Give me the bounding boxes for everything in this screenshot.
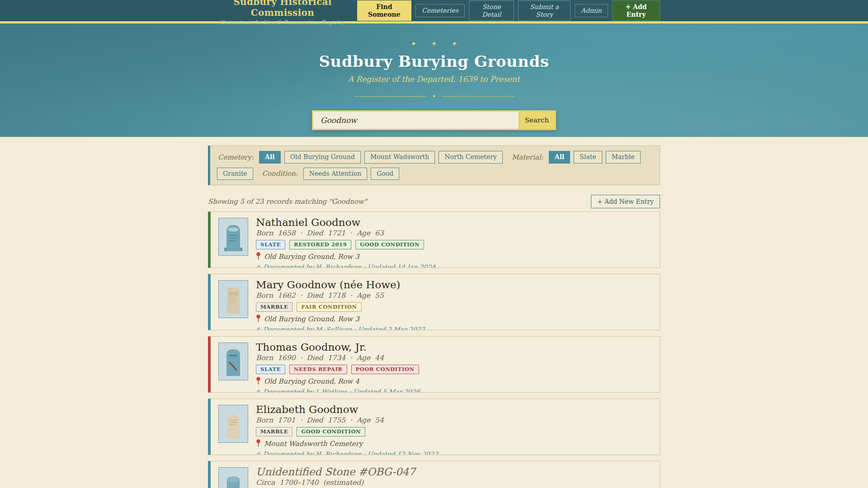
map-pin-icon [256, 377, 261, 386]
record-dates: Born 1701 · Died 1755 · Age 54 [256, 417, 438, 424]
results-page: Cemetery:AllOld Burying GroundMount Wads… [208, 145, 660, 488]
badge-fair-condition: FAIR CONDITION [297, 302, 361, 312]
nav-stone-detail-button[interactable]: Stone Detail [469, 0, 514, 21]
record-location-text: Mount Wadsworth Cemetery [264, 440, 363, 448]
record-name: Nathaniel Goodnow [256, 217, 435, 228]
slate-cracked-icon [218, 343, 248, 380]
record-card-unidentified-stone-obg-047[interactable]: ?Unidentified Stone #OBG-047Circa 1700–1… [208, 461, 660, 488]
record-dates: Circa 1700–1740 (estimated) [256, 479, 415, 487]
hero-banner: ✦ ✦ ✦ Sudbury Burying Grounds A Register… [0, 23, 868, 137]
badge-slate: SLATE [256, 240, 285, 249]
map-pin-icon [256, 439, 261, 449]
search-button[interactable]: Search [519, 112, 555, 129]
badge-good-condition: GOOD CONDITION [355, 240, 424, 249]
slate-tablet-icon [218, 218, 248, 256]
record-location-text: Old Burying Ground, Row 3 [264, 315, 359, 323]
record-dates: Born 1662 · Died 1718 · Age 55 [256, 292, 425, 300]
filter-chip-condition-needs-attention[interactable]: Needs Attention [303, 168, 367, 180]
page-title: Sudbury Burying Grounds [0, 52, 868, 70]
site-logo: Sudbury Historical Commission Gravestone… [208, 0, 357, 25]
nav-add-entry-button[interactable]: + Add Entry [612, 0, 660, 21]
badge-needs-repair: NEEDS REPAIR [289, 365, 347, 374]
record-details: Thomas Goodnow, Jr.Born 1690 · Died 1734… [256, 342, 420, 392]
record-location-text: Old Burying Ground, Row 4 [264, 378, 359, 385]
site-header: Sudbury Historical Commission Gravestone… [0, 0, 868, 23]
results-header: Showing 5 of 23 records matching "Goodno… [208, 195, 660, 208]
filter-chip-material-marble[interactable]: Marble [606, 151, 641, 164]
badge-good-condition: GOOD CONDITION [297, 427, 365, 436]
record-documentation-text: Documented by H. Richardson · Updated 14… [263, 263, 435, 268]
filter-chip-condition-good[interactable]: Good [371, 168, 399, 180]
marble-peaked-icon [218, 405, 248, 443]
record-name: Mary Goodnow (née Howe) [256, 279, 425, 290]
diamond-icon: ✦ [432, 94, 436, 99]
filter-label-material: Material: [512, 153, 543, 161]
record-name: Unidentified Stone #OBG-047 [256, 466, 415, 477]
filter-bar: Cemetery:AllOld Burying GroundMount Wads… [208, 145, 660, 185]
divider-line [354, 96, 426, 97]
results-summary: Showing 5 of 23 records matching "Goodno… [208, 197, 367, 206]
record-badges: SLATERESTORED 2019GOOD CONDITION [256, 240, 435, 249]
badge-slate: SLATE [256, 365, 285, 374]
hero-divider: ✦ [0, 94, 868, 99]
filter-chip-material-granite[interactable]: Granite [217, 168, 253, 180]
filter-chip-cemetery-mount-wadsworth[interactable]: Mount Wadsworth [364, 151, 435, 164]
search-bar: Search [312, 110, 556, 130]
record-location: Old Burying Ground, Row 3 [256, 314, 425, 324]
badge-poor-condition: POOR CONDITION [351, 365, 419, 374]
nav-submit-a-story-button[interactable]: Submit a Story [518, 0, 571, 21]
record-card-nathaniel-goodnow[interactable]: Nathaniel GoodnowBorn 1658 · Died 1721 ·… [208, 211, 660, 268]
filter-chip-cemetery-north-cemetery[interactable]: North Cemetery [439, 151, 503, 164]
marble-slab-icon [218, 280, 248, 318]
record-details: Elizabeth GoodnowBorn 1701 · Died 1755 ·… [256, 404, 438, 455]
site-title: Sudbury Historical Commission [208, 0, 357, 18]
map-pin-icon [256, 314, 261, 324]
record-name: Thomas Goodnow, Jr. [256, 342, 420, 352]
map-pin-icon [256, 252, 261, 262]
divider-line [442, 96, 514, 97]
record-documentation-text: Documented by M. Sullivan · Updated 3 Ma… [263, 326, 425, 330]
pencil-icon: ✎ [256, 326, 260, 330]
record-details: Unidentified Stone #OBG-047Circa 1700–17… [256, 466, 415, 488]
record-badges: MARBLEGOOD CONDITION [256, 427, 438, 436]
diamond-ornament-icon: ✦ ✦ ✦ [0, 40, 868, 48]
record-badges: SLATENEEDS REPAIRPOOR CONDITION [256, 365, 420, 374]
record-card-elizabeth-goodnow[interactable]: Elizabeth GoodnowBorn 1701 · Died 1755 ·… [208, 399, 660, 455]
add-new-entry-button[interactable]: + Add New Entry [591, 195, 660, 208]
record-card-mary-goodnow-n-e-howe[interactable]: Mary Goodnow (née Howe)Born 1662 · Died … [208, 274, 660, 330]
record-location: Old Burying Ground, Row 3 [256, 252, 435, 262]
pencil-icon: ✎ [256, 450, 260, 455]
filter-label-condition: Condition: [262, 169, 298, 178]
filter-chip-material-slate[interactable]: Slate [574, 151, 602, 164]
record-location: Mount Wadsworth Cemetery [256, 439, 438, 449]
pencil-icon: ✎ [256, 388, 260, 393]
record-dates: Born 1658 · Died 1721 · Age 63 [256, 230, 435, 237]
record-dates: Born 1690 · Died 1734 · Age 44 [256, 354, 420, 362]
site-tagline: Gravestone Archive & Preservation Regist… [208, 19, 357, 25]
record-documentation-text: Documented by J. Watkins · Updated 5 Mar… [263, 388, 420, 393]
pencil-icon: ✎ [256, 263, 260, 268]
main-nav: Find SomeoneCemeteriesStone DetailSubmit… [357, 0, 660, 21]
filter-chip-material-all[interactable]: All [549, 151, 571, 164]
search-input[interactable] [313, 112, 519, 129]
record-location-text: Old Burying Ground, Row 3 [264, 253, 359, 261]
record-documentation: ✎Documented by H. Richardson · Updated 1… [256, 450, 438, 455]
nav-cemeteries-button[interactable]: Cemeteries [415, 4, 465, 17]
nav-admin-button[interactable]: Admin [575, 4, 608, 17]
filter-chip-cemetery-old-burying-ground[interactable]: Old Burying Ground [284, 151, 361, 164]
results-list: Nathaniel GoodnowBorn 1658 · Died 1721 ·… [208, 211, 660, 488]
record-documentation: ✎Documented by M. Sullivan · Updated 3 M… [256, 326, 425, 330]
record-location: Old Burying Ground, Row 4 [256, 377, 420, 386]
unknown-cylinder-icon: ? [218, 467, 248, 488]
record-name: Elizabeth Goodnow [256, 404, 438, 415]
record-details: Nathaniel GoodnowBorn 1658 · Died 1721 ·… [256, 217, 435, 267]
badge-marble: MARBLE [256, 427, 292, 436]
record-documentation: ✎Documented by J. Watkins · Updated 5 Ma… [256, 388, 420, 393]
record-documentation: ✎Documented by H. Richardson · Updated 1… [256, 263, 435, 268]
nav-find-someone-button[interactable]: Find Someone [357, 0, 411, 21]
record-card-thomas-goodnow-jr[interactable]: Thomas Goodnow, Jr.Born 1690 · Died 1734… [208, 336, 660, 393]
record-details: Mary Goodnow (née Howe)Born 1662 · Died … [256, 279, 425, 330]
page-subtitle: A Register of the Departed, 1639 to Pres… [0, 75, 868, 84]
filter-chip-cemetery-all[interactable]: All [259, 151, 281, 164]
record-documentation-text: Documented by H. Richardson · Updated 12… [263, 450, 438, 455]
